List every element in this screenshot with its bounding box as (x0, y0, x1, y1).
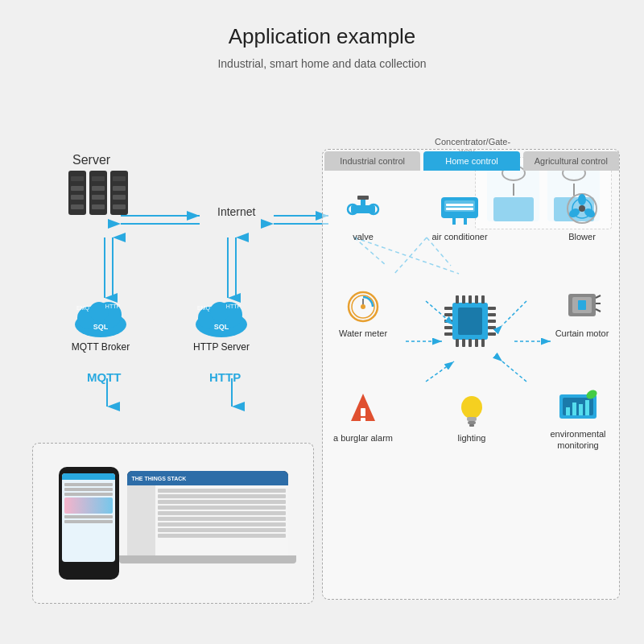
svg-point-45 (578, 194, 586, 205)
laptop-row-7 (158, 522, 286, 526)
svg-rect-34 (357, 196, 369, 200)
svg-line-84 (596, 295, 601, 298)
svg-line-80 (502, 361, 526, 382)
svg-text:EMQ: EMQ (197, 305, 211, 312)
svg-rect-96 (566, 407, 570, 415)
laptop-screen-top: THE THINGS STACK (127, 471, 288, 485)
blower-label: Blower (550, 231, 614, 242)
laptop-row-6 (158, 517, 286, 521)
valve-icon (341, 188, 385, 229)
svg-rect-98 (579, 404, 583, 415)
blower-icon (560, 188, 604, 229)
svg-line-79 (426, 361, 454, 382)
air-conditioner-label: air conditioner (427, 231, 492, 242)
ctrl-curtain-motor: Curtain motor (550, 285, 614, 339)
environmental-label: environmental monitoring (542, 428, 614, 452)
svg-rect-40 (446, 208, 473, 210)
ctrl-blower: Blower (550, 188, 614, 242)
laptop-row-5 (158, 511, 286, 515)
phone-line-3 (64, 493, 113, 496)
svg-text:EMQ: EMQ (76, 305, 90, 312)
svg-rect-93 (469, 424, 474, 427)
laptop-sidebar (127, 485, 155, 555)
http-server-group: SQL EMQ HTTP HTTP Server (189, 294, 254, 353)
burglar-alarm-icon (341, 390, 385, 430)
laptop-row-2 (158, 494, 286, 498)
svg-text:HTTP: HTTP (226, 303, 242, 309)
page-subtitle: Industrial, smart home and data collecti… (0, 57, 644, 70)
svg-text:HTTP: HTTP (105, 303, 121, 309)
device-panel: THE THINGS STACK (32, 443, 314, 604)
server-icon (68, 171, 128, 215)
svg-text:SQL: SQL (93, 323, 109, 331)
phone-mockup (59, 467, 119, 580)
diagram: Server Internet Concentrator/Gate-way (24, 80, 620, 612)
svg-rect-39 (446, 204, 473, 206)
http-server-label: HTTP Server (189, 341, 254, 353)
svg-rect-91 (467, 417, 477, 421)
tab-industrial[interactable]: Industrial control (324, 151, 420, 171)
phone-graph (64, 497, 113, 514)
mqtt-broker-label: MQTT Broker (68, 341, 133, 353)
ctrl-environmental: environmental monitoring (542, 386, 614, 452)
laptop-row-4 (158, 506, 286, 510)
mqtt-broker-group: SQL EMQ HTTP MQTT Broker (68, 294, 133, 353)
laptop-row-9 (158, 534, 286, 538)
page: Application example Industrial, smart ho… (0, 0, 644, 644)
server-unit-3 (110, 171, 128, 215)
svg-rect-89 (361, 418, 365, 422)
center-chip-container (438, 293, 502, 353)
ctrl-air-conditioner: air conditioner (427, 188, 492, 242)
svg-text:SQL: SQL (214, 323, 229, 331)
laptop-row-1 (158, 489, 286, 493)
environmental-icon (556, 386, 600, 426)
laptop-screen-body (127, 485, 288, 555)
curtain-motor-icon (560, 285, 604, 325)
page-title: Application example (0, 0, 644, 49)
svg-rect-42 (464, 218, 467, 225)
svg-rect-99 (585, 400, 589, 415)
server-unit-1 (68, 171, 86, 215)
tab-agricultural[interactable]: Agricultural control (523, 151, 619, 171)
svg-rect-41 (452, 218, 456, 225)
lighting-label: lighting (440, 432, 504, 444)
lighting-icon (450, 390, 493, 430)
phone-screen-content (62, 480, 115, 526)
svg-line-86 (596, 309, 601, 312)
air-conditioner-icon (438, 188, 481, 229)
svg-point-90 (461, 396, 482, 419)
laptop-row-3 (158, 500, 286, 504)
svg-point-48 (579, 205, 585, 212)
server-label: Server (72, 153, 110, 167)
phone-screen (62, 473, 115, 562)
burglar-alarm-label: a burglar alarm (331, 432, 395, 444)
laptop-mockup: THE THINGS STACK (127, 471, 288, 576)
http-cloud-icon: SQL EMQ HTTP (189, 294, 254, 338)
phone-line-5 (64, 520, 113, 523)
laptop-screen: THE THINGS STACK (127, 471, 288, 555)
valve-label: valve (331, 231, 395, 242)
ctrl-valve: valve (331, 188, 395, 242)
ctrl-burglar-alarm: a burglar alarm (331, 390, 395, 444)
svg-rect-83 (578, 300, 586, 310)
phone-line-4 (64, 515, 113, 518)
mqtt-cloud-icon: SQL EMQ HTTP (68, 294, 133, 338)
tab-bar: Industrial control Home control Agricult… (323, 150, 621, 171)
phone-line-1 (64, 483, 113, 486)
control-grid: valve air conditioner (323, 180, 621, 599)
svg-line-77 (426, 301, 454, 325)
svg-marker-87 (351, 394, 375, 421)
laptop-row-8 (158, 528, 286, 532)
laptop-base (119, 555, 296, 564)
server-unit-2 (89, 171, 107, 215)
phone-screen-bar (62, 473, 115, 480)
ctrl-lighting: lighting (440, 390, 504, 444)
internet-label: Internet (217, 205, 255, 218)
http-arrow-label: HTTP (209, 370, 241, 384)
svg-rect-92 (468, 421, 476, 424)
phone-line-2 (64, 488, 113, 491)
tab-home[interactable]: Home control (423, 151, 519, 171)
iot-panel: Industrial control Home control Agricult… (322, 149, 620, 600)
svg-line-78 (502, 301, 526, 325)
mqtt-arrow-label: MQTT (87, 370, 122, 384)
